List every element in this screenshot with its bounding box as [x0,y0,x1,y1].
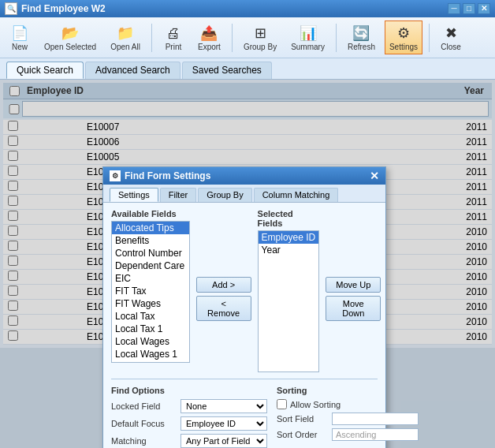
settings-icon: ⚙ [394,24,413,43]
summary-label: Summary [291,43,325,51]
tab-saved-searches[interactable]: Saved Searches [182,62,272,79]
locked-field-row: Locked Field None [111,399,267,413]
window-controls[interactable]: ─ □ ✕ [448,3,490,14]
toolbar-separator-1 [151,24,152,52]
move-down-button[interactable]: Move Down [326,296,381,321]
print-icon: 🖨 [164,24,183,43]
toolbar: 📄 New 📂 Open Selected 📁 Open All 🖨 Print… [0,17,495,58]
allow-sorting-checkbox[interactable] [277,399,287,409]
window-title: Find Employee W2 [21,3,106,14]
close-button[interactable]: ✖ Close [436,21,466,54]
matching-label: Matching [111,436,181,446]
selected-fields-list: Employee IDYear [259,231,319,256]
dialog-icon: ⚙ [110,170,121,181]
close-label: Close [441,43,461,51]
find-form-settings-dialog: ⚙ Find Form Settings ✕ Settings Filter G… [102,166,386,448]
selected-field-item[interactable]: Year [259,244,319,256]
refresh-icon: 🔄 [352,24,370,43]
settings-button[interactable]: ⚙ Settings [385,21,422,54]
selected-field-item[interactable]: Employee ID [259,231,319,244]
selected-fields-label: Selected Fields [258,209,320,228]
export-label: Export [198,43,221,51]
move-buttons: Move Up Move Down [326,209,381,372]
close-icon: ✖ [441,24,460,43]
maximize-button[interactable]: □ [463,3,475,14]
app-icon: 🔍 [5,2,17,15]
toolbar-separator-4 [429,24,430,52]
modal-overlay: ⚙ Find Form Settings ✕ Settings Filter G… [0,80,495,448]
summary-button[interactable]: 📊 Summary [286,21,329,54]
find-options-title: Find Options [111,386,267,395]
new-icon: 📄 [10,24,29,43]
dialog-tab-column-matching[interactable]: Column Matching [254,188,339,202]
find-options-section: Find Options Locked Field None Default F… [111,386,267,448]
open-all-label: Open All [110,43,140,51]
dialog-tab-group-by[interactable]: Group By [198,188,251,202]
add-remove-buttons: Add > < Remove [196,209,251,372]
available-field-item[interactable]: Locality [112,360,189,363]
available-field-item[interactable]: Control Number [112,247,189,259]
new-button[interactable]: 📄 New [5,21,35,54]
new-label: New [12,43,28,51]
move-up-button[interactable]: Move Up [326,277,381,293]
refresh-button[interactable]: 🔄 Refresh [343,21,380,54]
available-fields-label: Available Fields [111,209,190,218]
locked-field-label: Locked Field [111,401,181,411]
available-field-item[interactable]: Local Tax 1 [112,323,189,335]
available-field-item[interactable]: Allocated Tips [112,222,189,234]
available-field-item[interactable]: FIT Tax [112,285,189,297]
fields-area: Available Fields Allocated TipsBenefitsC… [111,209,378,372]
available-fields-list-container[interactable]: Allocated TipsBenefitsControl NumberDepe… [111,221,190,363]
toolbar-separator-3 [336,24,337,52]
export-icon: 📤 [199,24,218,43]
sort-order-input[interactable] [332,428,419,441]
group-by-icon: ⊞ [251,24,270,43]
tab-quick-search[interactable]: Quick Search [6,62,84,79]
available-fields-col: Available Fields Allocated TipsBenefitsC… [111,209,190,372]
sort-order-row: Sort Order [277,428,419,441]
allow-sorting-row: Allow Sorting [277,399,419,409]
dialog-tab-settings[interactable]: Settings [110,188,158,202]
available-field-item[interactable]: Local Tax [112,310,189,323]
export-button[interactable]: 📤 Export [193,21,225,54]
available-field-item[interactable]: Benefits [112,234,189,247]
available-fields-list: Allocated TipsBenefitsControl NumberDepe… [112,222,189,363]
main-wrapper: Employee ID Year E10007 2011 E10006 2011… [0,80,495,448]
selected-fields-col: Selected Fields Employee IDYear [258,209,320,372]
available-field-item[interactable]: Local Wages [112,335,189,348]
dialog-tabs: Settings Filter Group By Column Matching [103,185,385,203]
close-window-button[interactable]: ✕ [478,3,490,14]
allow-sorting-label: Allow Sorting [290,400,341,409]
open-selected-button[interactable]: 📂 Open Selected [39,21,101,54]
available-field-item[interactable]: FIT Wages [112,297,189,310]
group-by-button[interactable]: ⊞ Group By [239,21,281,54]
dialog-tab-filter[interactable]: Filter [160,188,196,202]
sort-field-row: Sort Field [277,413,419,425]
options-sorting-row: Find Options Locked Field None Default F… [111,379,378,448]
remove-button[interactable]: < Remove [196,296,251,321]
print-button[interactable]: 🖨 Print [158,21,188,54]
locked-field-select[interactable]: None [181,399,267,413]
sort-field-label: Sort Field [277,414,332,424]
title-bar: 🔍 Find Employee W2 ─ □ ✕ [0,0,495,17]
open-selected-icon: 📂 [61,24,80,43]
dialog-titlebar: ⚙ Find Form Settings ✕ [103,167,385,185]
default-focus-row: Default Focus Employee ID [111,416,267,431]
sort-field-input[interactable] [332,413,419,425]
available-field-item[interactable]: Dependent Care [112,259,189,272]
dialog-close-button[interactable]: ✕ [370,170,379,181]
print-label: Print [166,43,182,51]
tab-advanced-search[interactable]: Advanced Search [85,62,181,79]
open-all-button[interactable]: 📁 Open All [106,21,145,54]
available-field-item[interactable]: Local Wages 1 [112,348,189,360]
available-field-item[interactable]: EIC [112,272,189,285]
dialog-body: Available Fields Allocated TipsBenefitsC… [103,203,385,448]
toolbar-separator-2 [232,24,233,52]
add-button[interactable]: Add > [196,277,251,293]
refresh-label: Refresh [348,43,375,51]
selected-fields-list-container[interactable]: Employee IDYear [258,230,320,372]
matching-select[interactable]: Any Part of Field [181,434,267,448]
search-tabs: Quick Search Advanced Search Saved Searc… [0,58,495,80]
default-focus-select[interactable]: Employee ID [181,416,267,431]
minimize-button[interactable]: ─ [448,3,460,14]
